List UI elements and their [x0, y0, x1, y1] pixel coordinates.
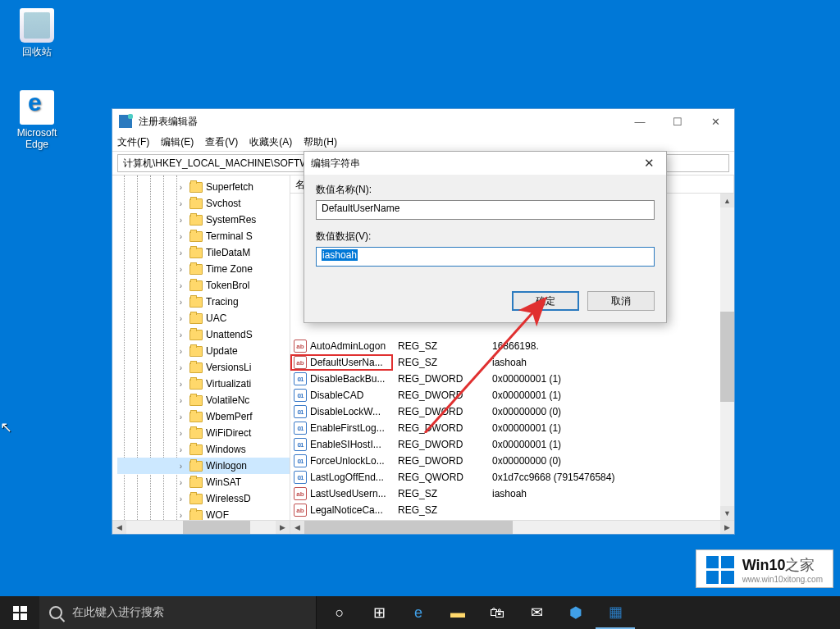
tree-node[interactable]: ›VolatileNc — [117, 392, 290, 408]
value-row[interactable]: DisableLockW...REG_DWORD0x00000000 (0) — [290, 403, 734, 420]
ok-button[interactable]: 确定 — [512, 291, 579, 311]
list-hscrollbar[interactable]: ◀▶ — [290, 520, 734, 534]
expander-icon[interactable]: › — [176, 462, 185, 471]
tree-node[interactable]: ›TileDataM — [117, 244, 290, 261]
expander-icon[interactable]: › — [176, 248, 185, 258]
expander-icon[interactable]: › — [176, 495, 185, 504]
menu-help[interactable]: 帮助(H) — [304, 135, 337, 149]
start-button[interactable] — [0, 596, 39, 629]
cortana-icon[interactable]: ○ — [320, 596, 359, 629]
list-vscrollbar[interactable]: ▲▼ — [720, 194, 734, 520]
value-type-icon — [294, 454, 307, 467]
expander-icon[interactable]: › — [176, 314, 185, 323]
value-row[interactable]: DefaultUserNa...REG_SZiashoah — [290, 354, 734, 371]
tree-node[interactable]: ›Update — [117, 343, 290, 359]
tree-node[interactable]: ›Svchost — [117, 195, 290, 212]
value-type: REG_SZ — [393, 357, 487, 368]
value-data: 16866198. — [487, 340, 734, 352]
value-type-icon — [294, 356, 307, 369]
desktop-recycle-bin[interactable]: 回收站 — [8, 8, 66, 59]
value-row[interactable]: DisableBackBu...REG_DWORD0x00000001 (1) — [290, 371, 734, 387]
expander-icon[interactable]: › — [176, 511, 185, 520]
close-button[interactable]: ✕ — [696, 109, 734, 134]
tree-node[interactable]: ›VersionsLi — [117, 359, 290, 376]
tree-node[interactable]: ›Superfetch — [117, 179, 290, 195]
tree-node[interactable]: ›UnattendS — [117, 326, 290, 343]
tree-node[interactable]: ›WiFiDirect — [117, 425, 290, 441]
expander-icon[interactable]: › — [176, 412, 185, 422]
folder-icon — [189, 379, 203, 390]
minimize-button[interactable]: — — [621, 109, 659, 134]
regedit-titlebar[interactable]: 注册表编辑器 — ☐ ✕ — [112, 109, 734, 134]
cancel-button[interactable]: 取消 — [587, 291, 655, 311]
tree-label: UnattendS — [206, 329, 253, 340]
value-row[interactable]: ForceUnlockLo...REG_DWORD0x00000000 (0) — [290, 453, 734, 469]
value-row[interactable]: DisableCADREG_DWORD0x00000001 (1) — [290, 387, 734, 403]
tree-node[interactable]: ›Terminal S — [117, 228, 290, 244]
tree-node[interactable]: ›Time Zone — [117, 261, 290, 277]
value-name-field[interactable]: DefaultUserName — [316, 200, 655, 220]
dialog-close-button[interactable]: ✕ — [639, 156, 660, 171]
taskbar-app-icon[interactable]: ⬢ — [556, 596, 596, 629]
tree-label: SystemRes — [206, 214, 256, 226]
menu-file[interactable]: 文件(F) — [117, 135, 149, 149]
menu-view[interactable]: 查看(V) — [205, 135, 238, 149]
expander-icon[interactable]: › — [176, 478, 185, 487]
expander-icon[interactable]: › — [176, 281, 185, 290]
expander-icon[interactable]: › — [176, 445, 185, 454]
value-row[interactable]: LastLogOffEnd...REG_QWORD0x1d7cc9668 (79… — [290, 469, 734, 485]
expander-icon[interactable]: › — [176, 363, 185, 372]
tree-node[interactable]: ›WinSAT — [117, 474, 290, 490]
taskbar-store-icon[interactable]: 🛍 — [477, 596, 517, 629]
taskbar-regedit-icon[interactable]: ▦ — [596, 596, 635, 629]
expander-icon[interactable]: › — [176, 380, 185, 389]
expander-icon[interactable]: › — [176, 199, 185, 208]
menu-fav[interactable]: 收藏夹(A) — [249, 135, 292, 149]
tree-node[interactable]: ›Windows — [117, 441, 290, 458]
maximize-button[interactable]: ☐ — [659, 109, 696, 134]
tree-node[interactable]: ›Winlogon — [117, 458, 290, 474]
expander-icon[interactable]: › — [176, 216, 185, 225]
expander-icon[interactable]: › — [176, 232, 185, 241]
tree-node[interactable]: ›Tracing — [117, 294, 290, 310]
value-row[interactable]: LegalNoticeCa...REG_SZ — [290, 502, 734, 518]
taskbar-search[interactable]: 在此键入进行搜索 — [39, 596, 317, 629]
value-data-field[interactable]: iashoah — [316, 247, 655, 267]
tree-node[interactable]: ›WOF — [117, 507, 290, 520]
menu-edit[interactable]: 编辑(E) — [161, 135, 194, 149]
tree-node[interactable]: ›Virtualizati — [117, 376, 290, 392]
desktop-edge[interactable]: Microsoft Edge — [8, 90, 66, 150]
registry-tree[interactable]: ›Superfetch›Svchost›SystemRes›Terminal S… — [112, 175, 290, 520]
tree-node[interactable]: ›WirelessD — [117, 490, 290, 507]
regedit-title: 注册表编辑器 — [139, 115, 198, 129]
value-type: REG_SZ — [393, 488, 487, 499]
tree-node[interactable]: ›UAC — [117, 310, 290, 326]
expander-icon[interactable]: › — [176, 330, 185, 340]
value-row[interactable]: LegalNoticeTextREG_SZ — [290, 518, 734, 520]
expander-icon[interactable]: › — [176, 347, 185, 356]
taskbar-edge-icon[interactable]: e — [399, 596, 438, 629]
tree-node[interactable]: ›SystemRes — [117, 212, 290, 228]
windows-logo-icon — [13, 606, 27, 620]
value-row[interactable]: LastUsedUsern...REG_SZiashoah — [290, 485, 734, 502]
value-type-icon — [294, 422, 307, 435]
expander-icon[interactable]: › — [176, 429, 185, 438]
value-row[interactable]: EnableFirstLog...REG_DWORD0x00000001 (1) — [290, 420, 734, 436]
folder-icon — [189, 346, 203, 357]
tree-node[interactable]: ›TokenBrol — [117, 277, 290, 294]
expander-icon[interactable]: › — [176, 265, 185, 274]
expander-icon[interactable]: › — [176, 298, 185, 307]
value-row[interactable]: EnableSIHostI...REG_DWORD0x00000001 (1) — [290, 436, 734, 453]
expander-icon[interactable]: › — [176, 396, 185, 405]
tree-node[interactable]: ›WbemPerf — [117, 408, 290, 425]
taskview-icon[interactable]: ⊞ — [359, 596, 399, 629]
tree-hscrollbar[interactable]: ◀▶ — [112, 520, 290, 534]
expander-icon[interactable]: › — [176, 183, 185, 192]
value-row[interactable]: AutoAdminLogonREG_SZ16866198. — [290, 338, 734, 354]
taskbar-mail-icon[interactable]: ✉ — [517, 596, 556, 629]
regedit-menubar: 文件(F) 编辑(E) 查看(V) 收藏夹(A) 帮助(H) — [112, 134, 734, 152]
value-name: LastLogOffEnd... — [310, 472, 384, 483]
folder-icon — [189, 494, 203, 504]
dialog-titlebar[interactable]: 编辑字符串 ✕ — [304, 152, 666, 175]
taskbar-explorer-icon[interactable]: ▬ — [438, 596, 477, 629]
